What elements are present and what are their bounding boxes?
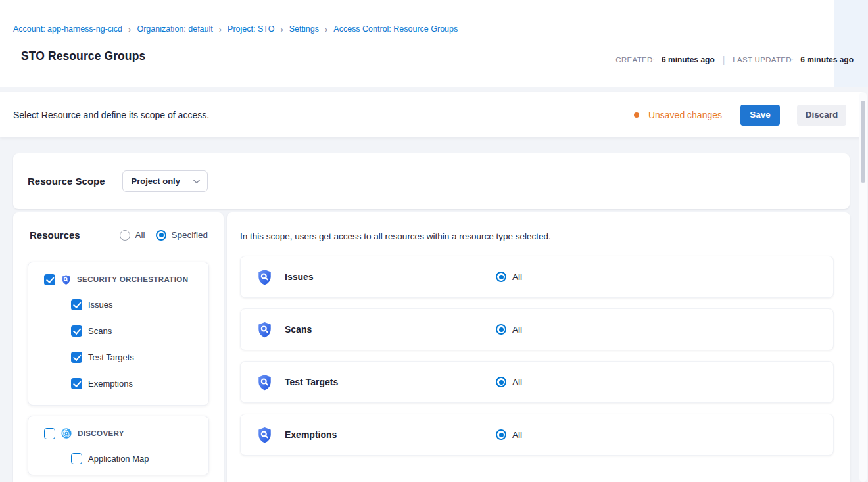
resource-card-title: Issues xyxy=(285,272,496,282)
created-value: 6 minutes ago xyxy=(662,55,715,64)
resource-item-scans: Scans xyxy=(28,318,208,344)
access-all-label: All xyxy=(512,272,522,282)
discard-button[interactable]: Discard xyxy=(797,105,846,126)
resource-item-label: Scans xyxy=(88,326,112,336)
resource-scope-card: Resource Scope Project only xyxy=(13,153,850,209)
access-radio-group: All xyxy=(496,377,522,387)
resource-item-label: Application Map xyxy=(88,454,149,464)
access-radio-group: All xyxy=(496,429,522,440)
resources-panel: Resources All Specified SECURITY ORCHEST… xyxy=(13,212,224,482)
resources-mode-radios: All Specified xyxy=(120,230,208,241)
breadcrumb-organization-link[interactable]: Organization: default xyxy=(137,24,212,34)
group-header-row: DISCOVERY xyxy=(28,425,208,441)
sto-shield-search-icon xyxy=(256,268,274,286)
unsaved-changes-label: Unsaved changes xyxy=(648,110,722,120)
chevron-right-icon: › xyxy=(219,24,222,34)
resource-card-test-targets: Test Targets All xyxy=(240,361,834,403)
page-title: STO Resource Groups xyxy=(21,49,145,63)
breadcrumb-settings-link[interactable]: Settings xyxy=(289,24,319,34)
resource-scope-label: Resource Scope xyxy=(28,176,105,187)
breadcrumb-resource-groups-link[interactable]: Access Control: Resource Groups xyxy=(333,24,458,34)
meta-divider: | xyxy=(721,55,727,65)
radio-selected-icon[interactable] xyxy=(496,377,506,387)
checkbox-security-orchestration[interactable] xyxy=(44,274,55,285)
checkbox-application-map[interactable] xyxy=(71,453,82,464)
radio-selected-icon[interactable] xyxy=(496,324,506,335)
resource-card-exemptions: Exemptions All xyxy=(240,414,834,456)
access-radio-group: All xyxy=(496,272,522,282)
radio-selected-icon[interactable] xyxy=(156,230,166,241)
sto-shield-search-icon xyxy=(256,321,274,339)
radio-unselected-icon[interactable] xyxy=(120,230,130,241)
radio-all-label: All xyxy=(135,230,145,240)
page-header xyxy=(0,0,868,87)
last-updated-value: 6 minutes ago xyxy=(800,55,854,64)
sto-shield-search-icon xyxy=(256,374,274,391)
resource-group-security-orchestration: SECURITY ORCHESTRATION Issues Scans Test… xyxy=(28,262,209,406)
sto-shield-search-icon xyxy=(60,274,72,285)
breadcrumb-project-link[interactable]: Project: STO xyxy=(228,24,274,34)
resource-item-exemptions: Exemptions xyxy=(28,370,208,397)
radio-selected-icon[interactable] xyxy=(496,272,506,282)
resource-card-title: Exemptions xyxy=(285,429,496,440)
breadcrumb: Account: app-harness-ng-cicd › Organizat… xyxy=(13,24,458,34)
chevron-right-icon: › xyxy=(128,24,131,34)
created-label: CREATED: xyxy=(615,56,655,64)
resource-item-label: Exemptions xyxy=(88,379,133,389)
toolbar-description: Select Resource and define its scope of … xyxy=(13,110,209,120)
sto-shield-search-icon xyxy=(256,426,274,444)
group-name: SECURITY ORCHESTRATION xyxy=(77,276,188,283)
radio-specified-label: Specified xyxy=(171,230,208,240)
breadcrumb-account-link[interactable]: Account: app-harness-ng-cicd xyxy=(13,24,122,34)
checkbox-exemptions[interactable] xyxy=(71,378,82,389)
access-all-label: All xyxy=(512,430,522,440)
scope-description: In this scope, users get access to all r… xyxy=(240,231,834,241)
unsaved-dot-icon xyxy=(634,112,639,118)
resource-scope-dropdown[interactable]: Project only xyxy=(122,170,208,192)
resource-item-application-map: Application Map xyxy=(28,445,208,471)
unsaved-changes-indicator: Unsaved changes xyxy=(634,110,722,120)
resource-scope-dropdown-value: Project only xyxy=(132,176,180,186)
resources-panel-header: Resources All Specified xyxy=(13,212,224,241)
resource-group-discovery: DISCOVERY Application Map xyxy=(28,416,209,475)
save-button[interactable]: Save xyxy=(740,105,780,126)
chevron-right-icon: › xyxy=(280,24,283,34)
resource-card-title: Test Targets xyxy=(285,377,496,387)
access-all-label: All xyxy=(512,377,522,387)
action-toolbar: Select Resource and define its scope of … xyxy=(0,92,865,137)
radio-selected-icon[interactable] xyxy=(496,429,506,440)
header-meta: CREATED: 6 minutes ago | LAST UPDATED: 6… xyxy=(615,55,854,65)
radio-option-all[interactable]: All xyxy=(120,230,145,241)
resource-card-issues: Issues All xyxy=(240,256,834,298)
access-all-label: All xyxy=(512,325,522,335)
scope-detail-panel: In this scope, users get access to all r… xyxy=(227,212,850,482)
group-header-row: SECURITY ORCHESTRATION xyxy=(28,272,208,287)
resource-item-label: Issues xyxy=(88,300,113,310)
checkbox-discovery[interactable] xyxy=(44,428,55,439)
access-radio-group: All xyxy=(496,324,522,335)
scrollbar-thumb[interactable] xyxy=(861,101,865,183)
chevron-down-icon xyxy=(193,179,201,184)
checkbox-scans[interactable] xyxy=(71,325,82,337)
radio-option-specified[interactable]: Specified xyxy=(156,230,208,241)
chevron-right-icon: › xyxy=(325,24,327,34)
resource-card-scans: Scans All xyxy=(240,308,834,350)
resource-card-title: Scans xyxy=(285,324,496,335)
resource-item-label: Test Targets xyxy=(88,352,134,362)
resources-title: Resources xyxy=(30,229,80,241)
checkbox-test-targets[interactable] xyxy=(71,352,82,363)
resource-item-test-targets: Test Targets xyxy=(28,344,208,370)
group-name: DISCOVERY xyxy=(78,429,124,437)
toolbar-actions: Unsaved changes Save Discard xyxy=(634,105,846,126)
last-updated-label: LAST UPDATED: xyxy=(733,56,794,64)
resource-item-issues: Issues xyxy=(28,291,208,318)
header-right-tint xyxy=(834,0,868,87)
checkbox-issues[interactable] xyxy=(71,299,82,310)
discovery-target-icon xyxy=(60,427,72,439)
